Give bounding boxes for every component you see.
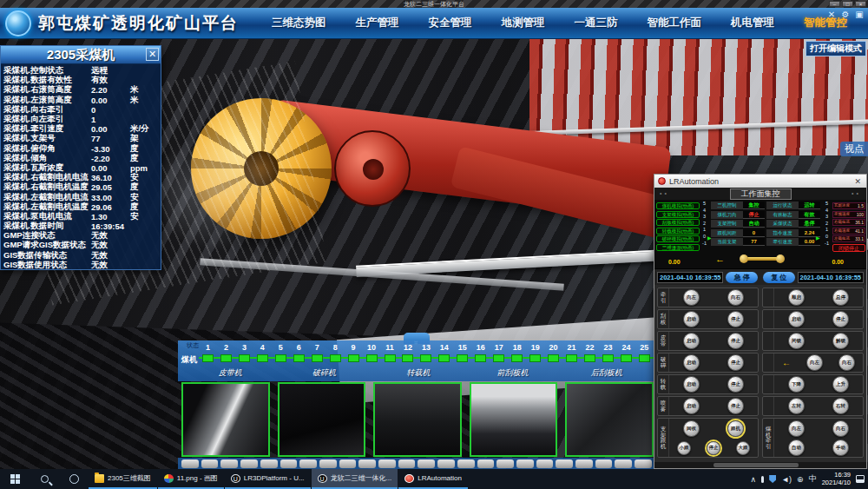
lrautomation-scrollbar[interactable] [654, 462, 866, 468]
network-icon[interactable]: ⊕ [797, 475, 804, 484]
control-knob-button[interactable]: 解锁 [832, 333, 849, 349]
tools-icon[interactable]: ✕ [826, 10, 837, 19]
control-knob-button[interactable]: 右转 [832, 398, 849, 414]
minimize-button[interactable]: – [829, 1, 840, 7]
support-status-square[interactable] [420, 354, 431, 362]
taskbar-task[interactable]: 2305三维截图 [89, 469, 157, 489]
telemetry-close-icon[interactable]: ✕ [146, 48, 159, 61]
control-knob-button[interactable]: 停止 [727, 376, 744, 393]
control-knob-button[interactable]: 停止 [832, 311, 849, 327]
support-status-square[interactable] [529, 354, 541, 362]
control-knob-button[interactable]: 启动 [683, 398, 700, 414]
control-knob-button[interactable]: 停止 [727, 333, 744, 349]
open-edit-mode-button[interactable]: 打开编辑模式 [806, 41, 866, 56]
camera-feed[interactable] [373, 382, 462, 457]
motor-display[interactable]: 瓦斯浓度 1.5 [832, 202, 865, 209]
nav-item[interactable]: 地测管理 [502, 16, 545, 30]
support-thumbnail[interactable] [339, 459, 357, 468]
control-knob-button[interactable]: 停止 [727, 311, 744, 327]
support-status-square[interactable] [621, 354, 632, 362]
support-status-square[interactable] [475, 354, 486, 362]
lrautomation-close-icon[interactable]: ✕ [852, 177, 863, 186]
taskbar-search[interactable] [30, 469, 59, 489]
support-thumbnail[interactable] [319, 459, 337, 468]
support-thumbnail[interactable] [437, 459, 455, 468]
control-knob-button[interactable]: 向右 [838, 354, 855, 371]
support-status-square[interactable] [348, 354, 359, 362]
scrollbar-thumb[interactable] [713, 463, 799, 467]
workface-control-tab[interactable]: 工作面集控 [730, 188, 792, 200]
support-thumbnail[interactable] [240, 459, 258, 468]
support-status-square[interactable] [220, 354, 232, 362]
support-thumbnail[interactable] [496, 459, 514, 468]
support-status-square[interactable] [312, 354, 323, 362]
viewpoint-tab[interactable]: 视点 [840, 142, 868, 156]
support-thumbnail[interactable] [457, 459, 475, 468]
support-status-square[interactable] [548, 354, 559, 362]
start-button[interactable] [0, 469, 30, 489]
motor-display[interactable]: 右截电流 36.1 [832, 219, 865, 226]
support-status-square[interactable] [457, 354, 468, 362]
control-knob-button[interactable]: 下降 [788, 376, 805, 393]
motor-display[interactable]: 右截温度 41.1 [832, 228, 865, 235]
camera-feed[interactable] [278, 382, 366, 457]
control-knob-button[interactable]: 向左 [806, 354, 823, 371]
simulation-button[interactable]: 煤机模拟(动画) [656, 202, 700, 209]
control-knob-button[interactable]: 回收 [683, 420, 700, 437]
control-knob-button[interactable]: 左转 [788, 398, 805, 414]
support-thumbnail[interactable] [378, 459, 396, 468]
support-status-square[interactable] [566, 354, 577, 362]
camera-feed[interactable] [470, 382, 558, 457]
simulation-button[interactable]: 刮板模拟(动画) [656, 219, 700, 226]
support-thumbnail[interactable] [536, 459, 554, 468]
control-knob-button[interactable]: 停止 [707, 441, 720, 455]
nav-item[interactable]: 一通三防 [575, 16, 618, 30]
control-knob-button[interactable]: 启动 [683, 311, 700, 327]
support-thumbnail[interactable] [477, 459, 495, 468]
simulation-button[interactable]: 支架模拟(动画) [656, 211, 700, 218]
taskbar-task[interactable]: U 龙软二三维一体化... [312, 469, 398, 489]
cortana-button[interactable] [59, 469, 89, 489]
simulation-button[interactable]: 转载模拟(动画) [656, 228, 700, 235]
control-knob-button[interactable]: 自动 [788, 439, 805, 456]
motor-display[interactable]: 左截电流 33.1 [832, 235, 865, 242]
taskbar-task[interactable]: LRAutomation [398, 469, 468, 489]
close-button[interactable]: × [855, 1, 866, 7]
support-status-square[interactable] [330, 354, 341, 362]
support-status-square[interactable] [639, 354, 650, 362]
control-knob-button[interactable]: 启动 [788, 311, 805, 327]
support-thumbnail[interactable] [575, 459, 593, 468]
support-thumbnail[interactable] [299, 459, 317, 468]
settings-gear-icon[interactable]: ⚙ [840, 10, 851, 19]
control-knob-button[interactable]: 停止 [727, 354, 744, 371]
support-status-square[interactable] [602, 354, 614, 362]
notification-center-icon[interactable] [856, 475, 865, 483]
nav-item[interactable]: 安全管理 [429, 16, 472, 30]
support-thumbnail[interactable] [201, 459, 219, 468]
control-knob-button[interactable]: 顺启 [788, 289, 805, 306]
security-shield-icon[interactable] [769, 475, 776, 483]
nav-item[interactable]: 三维态势图 [272, 16, 326, 30]
control-knob-button[interactable]: 启动 [683, 333, 700, 349]
control-knob-button[interactable]: 向右 [832, 420, 849, 437]
camera-feed[interactable] [181, 382, 270, 457]
control-knob-button[interactable]: 大跟 [736, 441, 750, 455]
usb-device-icon[interactable] [761, 476, 764, 483]
control-knob-button[interactable]: 闭锁 [788, 333, 805, 349]
support-thumbnail[interactable] [280, 459, 298, 468]
simulation-button[interactable]: 三维漫游(动画) [656, 244, 700, 251]
taskbar-task[interactable]: 11.png - 画图 [158, 469, 224, 489]
nav-item[interactable]: 机电管理 [731, 16, 774, 30]
control-knob-button[interactable]: 启动 [683, 376, 700, 393]
support-status-square[interactable] [584, 354, 595, 362]
support-thumbnail[interactable] [260, 459, 278, 468]
control-knob-button[interactable]: 上升 [832, 376, 849, 393]
control-knob-button[interactable]: 停止 [727, 398, 744, 414]
taskbar-task[interactable]: U LR3DPlatform - U... [225, 469, 311, 489]
taskbar-clock[interactable]: 16:39 2021/4/10 [822, 472, 851, 486]
support-thumbnail[interactable] [418, 459, 435, 468]
support-thumbnail[interactable] [181, 459, 199, 468]
support-status-square[interactable] [402, 354, 413, 362]
support-thumbnail[interactable] [595, 459, 613, 468]
support-status-square[interactable] [493, 354, 504, 362]
